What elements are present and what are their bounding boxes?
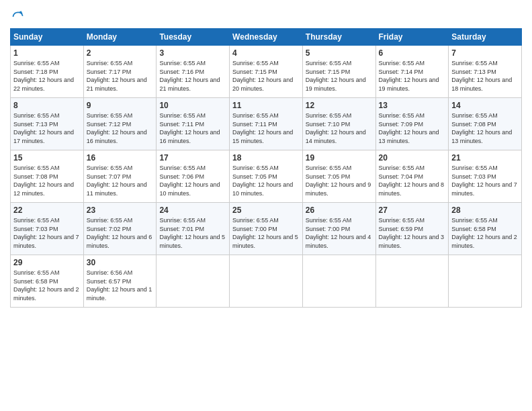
cell-info: Sunrise: 6:55 AMSunset: 6:59 PMDaylight:… — [379, 217, 445, 249]
logo — [10, 9, 26, 24]
day-number: 17 — [159, 153, 226, 163]
day-number: 14 — [451, 101, 519, 110]
day-number: 18 — [232, 153, 300, 163]
cell-info: Sunrise: 6:55 AMSunset: 7:13 PMDaylight:… — [451, 60, 512, 92]
col-saturday: Saturday — [449, 29, 522, 46]
day-number: 27 — [379, 205, 446, 215]
day-number: 7 — [451, 48, 519, 58]
calendar-cell: 13 Sunrise: 6:55 AMSunset: 7:09 PMDaylig… — [375, 98, 449, 150]
cell-info: Sunrise: 6:55 AMSunset: 7:00 PMDaylight:… — [306, 217, 371, 249]
calendar-cell: 6 Sunrise: 6:55 AMSunset: 7:14 PMDayligh… — [375, 46, 449, 98]
col-sunday: Sunday — [11, 29, 84, 46]
day-number: 3 — [159, 48, 226, 58]
cell-info: Sunrise: 6:55 AMSunset: 7:17 PMDaylight:… — [87, 60, 147, 92]
calendar-cell: 16 Sunrise: 6:55 AMSunset: 7:07 PMDaylig… — [83, 150, 157, 203]
col-tuesday: Tuesday — [157, 29, 230, 46]
calendar-body: 1 Sunrise: 6:55 AMSunset: 7:18 PMDayligh… — [11, 46, 522, 308]
cell-info: Sunrise: 6:55 AMSunset: 7:13 PMDaylight:… — [13, 112, 74, 144]
day-number: 2 — [87, 48, 154, 58]
calendar-week-row: 22 Sunrise: 6:55 AMSunset: 7:03 PMDaylig… — [11, 203, 522, 255]
calendar-cell: 14 Sunrise: 6:55 AMSunset: 7:08 PMDaylig… — [449, 98, 522, 150]
calendar-cell: 1 Sunrise: 6:55 AMSunset: 7:18 PMDayligh… — [11, 46, 84, 98]
cell-info: Sunrise: 6:55 AMSunset: 7:08 PMDaylight:… — [13, 165, 74, 197]
col-monday: Monday — [83, 29, 157, 46]
page-header — [10, 7, 522, 24]
day-number: 22 — [13, 205, 81, 215]
cell-info: Sunrise: 6:55 AMSunset: 7:18 PMDaylight:… — [13, 60, 74, 92]
day-number: 26 — [306, 205, 373, 215]
day-number: 4 — [232, 48, 300, 58]
cell-info: Sunrise: 6:55 AMSunset: 6:58 PMDaylight:… — [13, 269, 79, 302]
calendar-cell: 17 Sunrise: 6:55 AMSunset: 7:06 PMDaylig… — [157, 150, 230, 203]
header-row: Sunday Monday Tuesday Wednesday Thursday… — [11, 29, 522, 46]
cell-info: Sunrise: 6:55 AMSunset: 7:15 PMDaylight:… — [232, 60, 293, 92]
day-number: 9 — [87, 101, 154, 110]
calendar-cell: 20 Sunrise: 6:55 AMSunset: 7:04 PMDaylig… — [375, 150, 449, 203]
cell-info: Sunrise: 6:55 AMSunset: 7:03 PMDaylight:… — [451, 165, 517, 197]
calendar-week-row: 15 Sunrise: 6:55 AMSunset: 7:08 PMDaylig… — [11, 150, 522, 203]
day-number: 15 — [13, 153, 81, 163]
day-number: 21 — [451, 153, 519, 163]
calendar-cell: 3 Sunrise: 6:55 AMSunset: 7:16 PMDayligh… — [157, 46, 230, 98]
cell-info: Sunrise: 6:56 AMSunset: 6:57 PMDaylight:… — [87, 269, 152, 302]
calendar-cell: 10 Sunrise: 6:55 AMSunset: 7:11 PMDaylig… — [157, 98, 230, 150]
day-number: 20 — [379, 153, 446, 163]
calendar-cell: 24 Sunrise: 6:55 AMSunset: 7:01 PMDaylig… — [157, 203, 230, 255]
calendar-week-row: 1 Sunrise: 6:55 AMSunset: 7:18 PMDayligh… — [11, 46, 522, 98]
day-number: 8 — [13, 101, 81, 110]
col-friday: Friday — [375, 29, 449, 46]
calendar-week-row: 29 Sunrise: 6:55 AMSunset: 6:58 PMDaylig… — [11, 255, 522, 308]
cell-info: Sunrise: 6:55 AMSunset: 7:02 PMDaylight:… — [87, 217, 152, 249]
calendar-cell: 18 Sunrise: 6:55 AMSunset: 7:05 PMDaylig… — [230, 150, 303, 203]
calendar-cell — [302, 255, 375, 308]
calendar-cell — [449, 255, 522, 308]
calendar-cell — [375, 255, 449, 308]
calendar-cell: 8 Sunrise: 6:55 AMSunset: 7:13 PMDayligh… — [11, 98, 84, 150]
cell-info: Sunrise: 6:55 AMSunset: 7:11 PMDaylight:… — [232, 112, 293, 144]
day-number: 25 — [232, 205, 300, 215]
cell-info: Sunrise: 6:55 AMSunset: 7:16 PMDaylight:… — [159, 60, 220, 92]
day-number: 29 — [13, 258, 81, 267]
calendar-cell: 29 Sunrise: 6:55 AMSunset: 6:58 PMDaylig… — [11, 255, 84, 308]
calendar-cell: 28 Sunrise: 6:55 AMSunset: 6:58 PMDaylig… — [449, 203, 522, 255]
calendar-cell: 22 Sunrise: 6:55 AMSunset: 7:03 PMDaylig… — [11, 203, 84, 255]
cell-info: Sunrise: 6:55 AMSunset: 7:05 PMDaylight:… — [306, 165, 371, 197]
calendar-cell: 30 Sunrise: 6:56 AMSunset: 6:57 PMDaylig… — [83, 255, 157, 308]
calendar-table: Sunday Monday Tuesday Wednesday Thursday… — [10, 28, 522, 308]
day-number: 5 — [306, 48, 373, 58]
calendar-cell: 25 Sunrise: 6:55 AMSunset: 7:00 PMDaylig… — [230, 203, 303, 255]
cell-info: Sunrise: 6:55 AMSunset: 7:07 PMDaylight:… — [87, 165, 147, 197]
day-number: 6 — [379, 48, 446, 58]
day-number: 24 — [159, 205, 226, 215]
cell-info: Sunrise: 6:55 AMSunset: 7:09 PMDaylight:… — [379, 112, 439, 144]
day-number: 23 — [87, 205, 154, 215]
cell-info: Sunrise: 6:55 AMSunset: 7:01 PMDaylight:… — [159, 217, 225, 249]
day-number: 28 — [451, 205, 519, 215]
cell-info: Sunrise: 6:55 AMSunset: 7:11 PMDaylight:… — [159, 112, 220, 144]
calendar-cell: 19 Sunrise: 6:55 AMSunset: 7:05 PMDaylig… — [302, 150, 375, 203]
calendar-cell: 2 Sunrise: 6:55 AMSunset: 7:17 PMDayligh… — [83, 46, 157, 98]
calendar-cell: 27 Sunrise: 6:55 AMSunset: 6:59 PMDaylig… — [375, 203, 449, 255]
calendar-cell: 4 Sunrise: 6:55 AMSunset: 7:15 PMDayligh… — [230, 46, 303, 98]
cell-info: Sunrise: 6:55 AMSunset: 7:08 PMDaylight:… — [451, 112, 512, 144]
day-number: 11 — [232, 101, 300, 110]
cell-info: Sunrise: 6:55 AMSunset: 6:58 PMDaylight:… — [451, 217, 517, 249]
cell-info: Sunrise: 6:55 AMSunset: 7:05 PMDaylight:… — [232, 165, 293, 197]
cell-info: Sunrise: 6:55 AMSunset: 7:14 PMDaylight:… — [379, 60, 439, 92]
calendar-cell: 9 Sunrise: 6:55 AMSunset: 7:12 PMDayligh… — [83, 98, 157, 150]
day-number: 16 — [87, 153, 154, 163]
day-number: 10 — [159, 101, 226, 110]
day-number: 30 — [87, 258, 154, 267]
cell-info: Sunrise: 6:55 AMSunset: 7:04 PMDaylight:… — [379, 165, 445, 197]
day-number: 12 — [306, 101, 373, 110]
calendar-cell: 7 Sunrise: 6:55 AMSunset: 7:13 PMDayligh… — [449, 46, 522, 98]
calendar-cell — [230, 255, 303, 308]
calendar-cell: 26 Sunrise: 6:55 AMSunset: 7:00 PMDaylig… — [302, 203, 375, 255]
cell-info: Sunrise: 6:55 AMSunset: 7:10 PMDaylight:… — [306, 112, 366, 144]
calendar-cell — [157, 255, 230, 308]
col-wednesday: Wednesday — [230, 29, 303, 46]
cell-info: Sunrise: 6:55 AMSunset: 7:03 PMDaylight:… — [13, 217, 79, 249]
calendar-cell: 11 Sunrise: 6:55 AMSunset: 7:11 PMDaylig… — [230, 98, 303, 150]
calendar-header: Sunday Monday Tuesday Wednesday Thursday… — [11, 29, 522, 46]
calendar-week-row: 8 Sunrise: 6:55 AMSunset: 7:13 PMDayligh… — [11, 98, 522, 150]
